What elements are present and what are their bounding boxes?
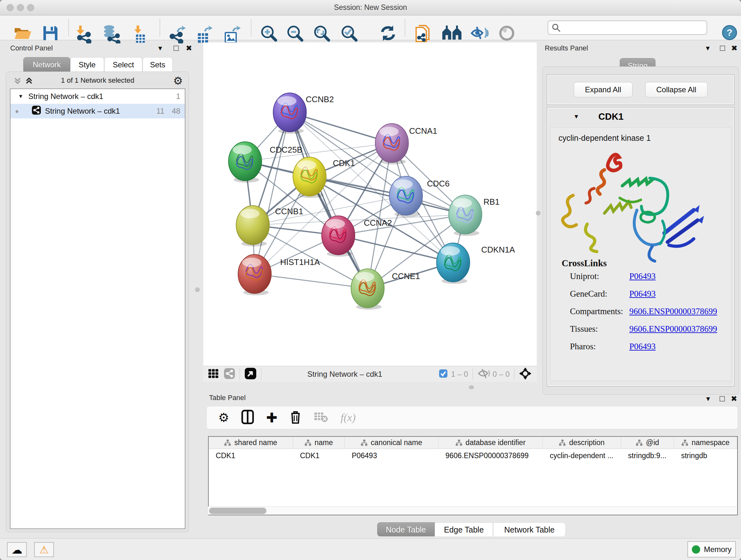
- search-field[interactable]: [548, 20, 707, 35]
- table-panel-menu-icon[interactable]: ▼: [705, 395, 711, 402]
- tab-select[interactable]: Select: [105, 57, 142, 72]
- cell-shared-name[interactable]: CDK1: [209, 449, 293, 463]
- horizontal-splitter-handle[interactable]: [469, 385, 474, 389]
- crosslink-genecard-link[interactable]: P06493: [629, 289, 656, 299]
- add-column-icon[interactable]: ✚: [266, 410, 277, 426]
- network-node-CCNA1[interactable]: [375, 124, 408, 165]
- memory-button[interactable]: Memory: [687, 541, 736, 557]
- section-expander-icon[interactable]: ▼: [574, 113, 579, 120]
- results-panel-float-icon[interactable]: □: [720, 43, 725, 53]
- crosslink-uniprot-link[interactable]: P06493: [629, 271, 656, 281]
- table-panel-title: Table Panel: [209, 394, 246, 402]
- network-node-CCNA2[interactable]: [322, 216, 355, 257]
- zoom-out-button[interactable]: [286, 25, 304, 44]
- scrollbar-thumb[interactable]: [209, 508, 266, 514]
- control-panel-menu-icon[interactable]: ▼: [157, 45, 163, 52]
- network-options-gear-icon[interactable]: ⚙: [173, 74, 183, 87]
- table-panel-float-icon[interactable]: □: [720, 394, 725, 403]
- tab-edge-table[interactable]: Edge Table: [434, 522, 493, 537]
- warnings-button[interactable]: ⚠: [34, 542, 54, 557]
- table-row[interactable]: CDK1CDK1P064939606.ENSP00000378699cyclin…: [209, 449, 737, 463]
- network-graph[interactable]: CCNB2CCNA1CDC25BCDK1CDC6RB1CCNB1CCNA2CDK…: [203, 43, 537, 366]
- control-panel-close-icon[interactable]: ✖: [186, 44, 192, 53]
- export-image-button[interactable]: [223, 25, 241, 44]
- network-tree-child-row[interactable]: ● String Network – cdk1 11 48: [10, 104, 185, 118]
- column-header-canonical-name[interactable]: canonical name: [345, 437, 439, 449]
- cell-database-identifier[interactable]: 9606.ENSP00000378699: [439, 449, 543, 463]
- save-session-button[interactable]: [42, 25, 59, 44]
- column-header--id[interactable]: @id: [621, 437, 674, 449]
- table-horizontal-scrollbar[interactable]: [208, 506, 737, 515]
- tab-network[interactable]: Network: [23, 57, 70, 72]
- table-settings-gear-icon[interactable]: ⚙: [218, 411, 229, 425]
- network-view-title: String Network – cdk1: [307, 370, 382, 379]
- search-input[interactable]: [561, 23, 701, 32]
- network-list-container: 1 of 1 Network selected ⚙ ▼ String Netwo…: [6, 71, 189, 532]
- cell-canonical-name[interactable]: P06493: [345, 449, 439, 463]
- show-columns-icon[interactable]: [241, 410, 254, 426]
- cell--id[interactable]: stringdb:9...: [621, 449, 674, 463]
- selected-checkbox-icon[interactable]: [439, 369, 448, 379]
- table-panel-close-icon[interactable]: ✖: [731, 394, 737, 403]
- new-network-from-selection-button[interactable]: [414, 25, 431, 44]
- node-table[interactable]: shared namenamecanonical namedatabase id…: [208, 436, 738, 515]
- network-node-CDC25B[interactable]: [228, 142, 262, 183]
- results-panel-menu-icon[interactable]: ▼: [704, 45, 711, 52]
- open-session-button[interactable]: [13, 25, 32, 44]
- export-network-button[interactable]: [169, 25, 187, 44]
- network-node-HIST1H1A[interactable]: [238, 254, 271, 295]
- first-neighbors-button[interactable]: [442, 25, 462, 44]
- grid-view-icon[interactable]: [208, 368, 219, 381]
- column-header-database-identifier[interactable]: database identifier: [439, 437, 543, 449]
- level-of-detail-button[interactable]: [498, 25, 515, 44]
- collapse-all-button[interactable]: Collapse All: [645, 82, 708, 98]
- expand-all-button[interactable]: Expand All: [574, 82, 632, 98]
- column-type-icon: [455, 439, 462, 446]
- crosslink-pharos-link[interactable]: P06493: [629, 341, 656, 352]
- zoom-selected-button[interactable]: [340, 25, 358, 44]
- tab-network-table[interactable]: Network Table: [493, 522, 566, 537]
- import-network-file-button[interactable]: [75, 25, 93, 44]
- column-header-name[interactable]: name: [293, 437, 345, 449]
- crosslink-tissues-link[interactable]: 9606.ENSP00000378699: [629, 324, 717, 334]
- network-tree-root-row[interactable]: ▼ String Network – cdk1 1: [10, 89, 185, 104]
- column-header-description[interactable]: description: [543, 437, 621, 449]
- function-builder-icon[interactable]: f(x): [340, 412, 355, 424]
- network-node-CDKN1A[interactable]: [436, 243, 470, 284]
- fit-selected-crosshair-icon[interactable]: [519, 367, 532, 381]
- show-hide-graphics-button[interactable]: [470, 25, 489, 44]
- help-button[interactable]: ?: [722, 25, 737, 44]
- column-header-shared-name[interactable]: shared name: [209, 437, 293, 449]
- cloud-status-button[interactable]: ☁: [7, 542, 27, 557]
- network-node-RB1[interactable]: [449, 195, 482, 236]
- network-node-CCNB1[interactable]: [236, 206, 269, 246]
- export-table-button[interactable]: [195, 25, 214, 44]
- tree-expander-icon[interactable]: ▼: [18, 94, 23, 99]
- crosslink-compartments-link[interactable]: 9606.ENSP00000378699: [629, 307, 717, 316]
- cell-description[interactable]: cyclin-dependent ...: [543, 449, 621, 463]
- control-panel-float-icon[interactable]: □: [174, 43, 179, 53]
- cell-name[interactable]: CDK1: [293, 449, 345, 463]
- zoom-in-button[interactable]: [260, 25, 278, 44]
- import-table-button[interactable]: [131, 25, 149, 44]
- hidden-eye-icon[interactable]: [477, 368, 490, 380]
- delete-column-icon[interactable]: [289, 410, 301, 426]
- tab-node-table[interactable]: Node Table: [377, 522, 434, 537]
- birdseye-view-icon[interactable]: [245, 368, 257, 381]
- network-node-CDC6[interactable]: [389, 176, 422, 217]
- tab-sets[interactable]: Sets: [143, 57, 173, 72]
- right-splitter-handle[interactable]: [536, 211, 541, 215]
- cell-namespace[interactable]: stringdb: [674, 449, 737, 463]
- network-node-CCNE1[interactable]: [351, 269, 384, 310]
- results-panel-close-icon[interactable]: ✖: [731, 44, 738, 53]
- gene-section-header[interactable]: ▼ CDK1: [547, 108, 734, 127]
- string-view-badge-icon[interactable]: [224, 368, 235, 381]
- refresh-button[interactable]: [379, 25, 397, 44]
- left-splitter-handle[interactable]: [195, 287, 200, 292]
- import-network-database-button[interactable]: [102, 25, 121, 44]
- zoom-fit-button[interactable]: [313, 25, 331, 44]
- delete-table-icon[interactable]: [314, 411, 328, 424]
- network-node-CCNB2[interactable]: [273, 93, 307, 134]
- column-header-namespace[interactable]: namespace: [674, 437, 737, 449]
- tab-style[interactable]: Style: [70, 57, 104, 72]
